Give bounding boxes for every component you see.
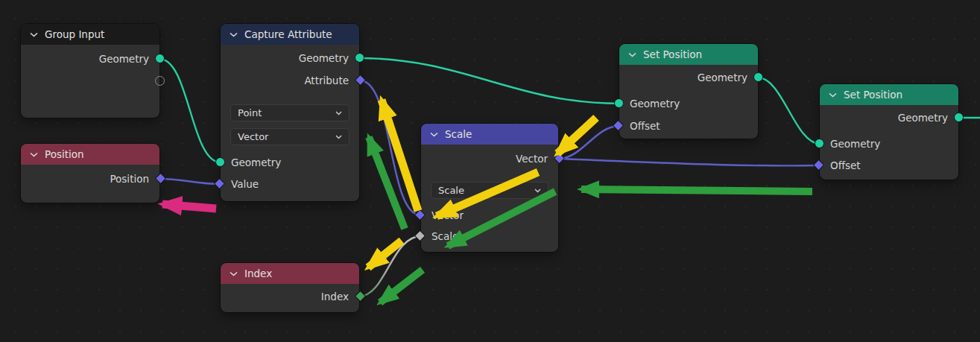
socket-geometry-output[interactable]	[753, 72, 763, 82]
socket-label: Geometry	[830, 138, 880, 150]
node-title: Capture Attribute	[244, 28, 332, 40]
socket-label: Geometry	[99, 53, 149, 65]
annotation-arrow-green-horizontal	[581, 189, 812, 191]
node-header[interactable]: Group Input	[21, 24, 159, 45]
node-capture-attribute[interactable]: Capture Attribute Geometry Attribute Poi…	[221, 24, 359, 201]
collapse-chevron-icon[interactable]	[230, 271, 238, 276]
socket-scale-input[interactable]	[414, 230, 426, 242]
wire-groupinput-to-capture-geometry	[159, 59, 221, 162]
chevron-down-icon	[534, 189, 541, 193]
collapse-chevron-icon[interactable]	[430, 132, 438, 137]
wire-scale-to-setposition2-offset	[558, 159, 820, 165]
socket-label: Index	[321, 291, 349, 303]
wire-setposition1-to-setposition2-geometry	[758, 77, 820, 144]
annotation-arrow-yellow-index	[368, 241, 402, 267]
socket-vector-output[interactable]	[554, 153, 566, 165]
data-type-dropdown[interactable]: Vector	[230, 128, 350, 145]
node-header[interactable]: Set Position	[820, 84, 958, 105]
node-title: Scale	[445, 128, 472, 140]
wire-capture-to-setposition1-geometry	[359, 58, 619, 104]
socket-index-output[interactable]	[355, 291, 367, 303]
node-title: Index	[244, 267, 272, 279]
socket-geometry-output[interactable]	[155, 54, 165, 63]
node-position[interactable]: Position Position	[21, 144, 159, 203]
socket-geometry-output[interactable]	[954, 113, 964, 122]
socket-geometry-input[interactable]	[614, 98, 624, 108]
socket-label: Geometry	[698, 72, 747, 83]
collapse-chevron-icon[interactable]	[30, 32, 38, 37]
socket-row: Value	[221, 175, 359, 193]
node-group-input[interactable]: Group Input Geometry	[21, 24, 159, 118]
node-set-position-2[interactable]: Set Position Geometry Geometry Offset	[820, 84, 958, 180]
socket-label: Geometry	[630, 98, 680, 110]
socket-label: Value	[231, 178, 259, 190]
socket-row: Geometry	[21, 50, 159, 68]
socket-label: Offset	[830, 159, 861, 171]
collapse-chevron-icon[interactable]	[628, 52, 636, 57]
socket-geometry-input[interactable]	[815, 139, 824, 148]
socket-row: Geometry	[221, 153, 359, 171]
node-title: Set Position	[844, 89, 902, 101]
socket-label: Offset	[630, 120, 660, 132]
node-title: Group Input	[45, 28, 104, 40]
annotation-arrow-pink-left	[162, 204, 216, 209]
socket-row: Scale	[421, 227, 558, 245]
socket-value-input[interactable]	[214, 178, 226, 190]
annotation-arrow-green-index-output	[380, 270, 423, 303]
node-title: Set Position	[643, 48, 702, 60]
node-header[interactable]: Position	[21, 144, 159, 165]
socket-geometry-output[interactable]	[355, 53, 364, 63]
socket-row: Index	[221, 288, 359, 305]
socket-label: Geometry	[898, 112, 948, 124]
chevron-down-icon	[335, 111, 342, 115]
socket-label: Attribute	[304, 75, 349, 86]
socket-row: Vector	[421, 206, 558, 224]
socket-row: Offset	[820, 156, 958, 174]
node-title: Position	[45, 148, 84, 160]
socket-row: Geometry	[820, 135, 958, 153]
domain-dropdown[interactable]: Point	[230, 104, 350, 121]
node-index[interactable]: Index Index	[221, 263, 359, 312]
dropdown-value: Vector	[238, 131, 268, 142]
socket-row: Offset	[619, 117, 758, 135]
wire-index-to-scale-scale	[358, 236, 421, 297]
node-set-position-1[interactable]: Set Position Geometry Geometry Offset	[619, 44, 758, 139]
operation-dropdown[interactable]: Scale	[431, 182, 549, 199]
socket-label: Position	[110, 173, 149, 185]
socket-label: Geometry	[299, 52, 349, 64]
socket-row: Attribute	[221, 72, 359, 89]
collapse-chevron-icon[interactable]	[230, 32, 238, 37]
chevron-down-icon	[335, 135, 342, 139]
socket-row: Position	[21, 170, 159, 188]
socket-label: Vector	[516, 153, 548, 165]
annotation-arrow-yellow-vector-output	[557, 118, 596, 153]
wire-position-to-capture-value	[159, 179, 221, 184]
socket-position-output[interactable]	[155, 173, 167, 185]
socket-offset-input[interactable]	[613, 120, 625, 132]
dropdown-value: Point	[238, 107, 262, 118]
node-header[interactable]: Set Position	[619, 44, 758, 65]
socket-row: Geometry	[619, 95, 758, 113]
node-header[interactable]: Capture Attribute	[221, 24, 359, 45]
node-header[interactable]: Index	[221, 263, 359, 284]
socket-attribute-output[interactable]	[355, 75, 367, 86]
socket-vector-input[interactable]	[414, 209, 426, 221]
socket-offset-input[interactable]	[813, 159, 825, 171]
collapse-chevron-icon[interactable]	[829, 92, 837, 98]
socket-row: Geometry	[820, 109, 958, 127]
socket-row: Geometry	[221, 49, 359, 67]
socket-row: Geometry	[619, 69, 758, 86]
dropdown-value: Scale	[438, 185, 464, 196]
socket-geometry-input[interactable]	[215, 157, 225, 167]
wire-attribute-to-scale-vector	[360, 80, 421, 215]
annotation-arrow-green-up-capture	[369, 137, 405, 229]
socket-label: Geometry	[231, 156, 281, 168]
socket-virtual-output[interactable]	[155, 76, 165, 86]
socket-label: Vector	[431, 209, 464, 221]
node-editor-canvas[interactable]: Group Input Geometry Capture Attribute G…	[0, 0, 980, 342]
annotation-arrow-yellow-up-attribute	[382, 100, 418, 211]
node-header[interactable]: Scale	[421, 124, 558, 145]
socket-label: Scale	[431, 230, 458, 242]
node-vector-math-scale[interactable]: Scale Vector Scale Vector Scale	[421, 124, 558, 252]
collapse-chevron-icon[interactable]	[30, 152, 38, 157]
